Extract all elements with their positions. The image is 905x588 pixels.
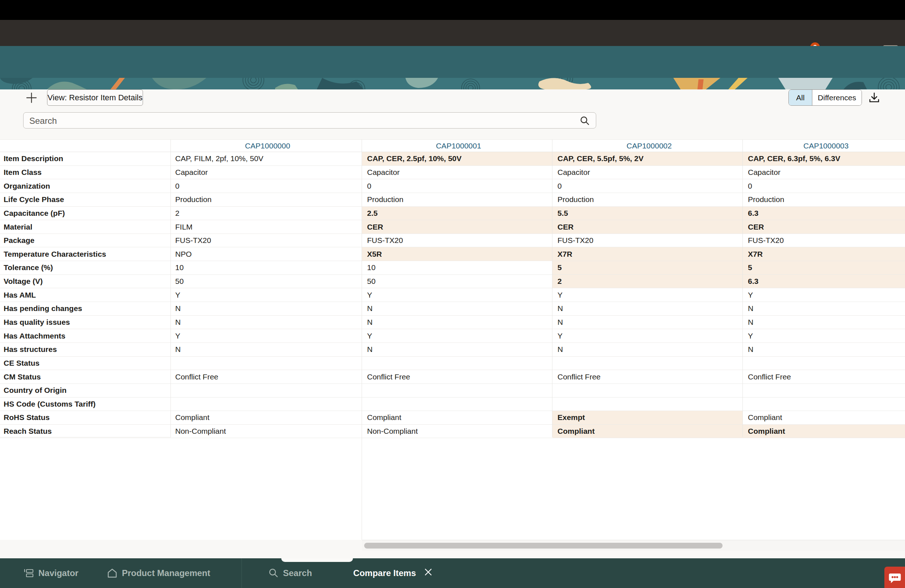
table-cell	[553, 397, 743, 411]
table-cell: N	[743, 316, 905, 329]
row-label: Life Cycle Phase	[0, 193, 171, 207]
table-cell: 0	[553, 179, 743, 192]
table-cell: CAP, CER, 5.5pf, 5%, 2V	[553, 152, 743, 165]
row-label: Voltage (V)	[0, 275, 171, 288]
column-header-link[interactable]: CAP1000002	[551, 140, 742, 152]
row-label: Organization	[0, 179, 171, 192]
horizontal-scrollbar-track[interactable]	[362, 540, 905, 551]
taskbar-item-product-management[interactable]: Product Management	[107, 568, 210, 578]
table-cell: 5	[743, 261, 905, 275]
view-selector-button[interactable]: View: Resistor Item Details	[47, 89, 143, 106]
taskbar-item-search[interactable]: Search	[268, 568, 312, 578]
column-header-link[interactable]: CAP1000000	[170, 140, 360, 152]
taskbar-divider	[241, 558, 242, 588]
table-row: Temperature CharacteristicsNPOX5RX7RX7R	[0, 247, 905, 261]
table-cell: Capacitor	[171, 166, 362, 179]
search-icon[interactable]	[579, 116, 590, 128]
table-cell	[362, 397, 553, 411]
table-cell: 10	[362, 261, 553, 275]
column-header-link[interactable]: CAP1000001	[360, 140, 551, 152]
app-header: vision 2	[0, 20, 905, 46]
table-cell	[553, 384, 743, 397]
horizontal-scrollbar-thumb[interactable]	[364, 543, 722, 548]
table-cell: CAP, FILM, 2pf, 10%, 50V	[171, 152, 362, 165]
table-body: Item DescriptionCAP, FILM, 2pf, 10%, 50V…	[0, 152, 905, 438]
table-cell: Production	[362, 193, 553, 207]
table-cell: FUS-TX20	[362, 234, 553, 247]
column-divider	[170, 140, 171, 437]
search-input[interactable]	[29, 113, 573, 129]
table-row: Item ClassCapacitorCapacitorCapacitorCap…	[0, 166, 905, 180]
table-cell: Compliant	[553, 425, 743, 438]
table-cell: Compliant	[362, 411, 553, 424]
column-header-link[interactable]: CAP1000003	[742, 140, 905, 152]
filter-differences-button[interactable]: Differences	[812, 90, 862, 105]
table-cell: FUS-TX20	[553, 234, 743, 247]
table-row: Has AttachmentsYYYY	[0, 329, 905, 343]
column-divider	[362, 140, 362, 540]
table-cell: N	[362, 343, 553, 356]
table-row: Item DescriptionCAP, FILM, 2pf, 10%, 50V…	[0, 152, 905, 166]
table-row: RoHS StatusCompliantCompliantExemptCompl…	[0, 411, 905, 425]
row-label: Has quality issues	[0, 316, 171, 329]
letterbox-bar	[0, 0, 905, 20]
table-cell: CAP, CER, 2.5pf, 10%, 50V	[362, 152, 553, 165]
table-row: Has structuresNNNN	[0, 343, 905, 357]
table-cell: FUS-TX20	[743, 234, 905, 247]
table-cell: CER	[553, 220, 743, 234]
decorative-banner	[0, 78, 905, 89]
table-row: Organization0000	[0, 179, 905, 193]
add-item-icon[interactable]	[26, 92, 37, 103]
table-cell: FILM	[171, 220, 362, 234]
table-cell	[553, 357, 743, 370]
table-cell: 10	[171, 261, 362, 275]
table-cell	[743, 357, 905, 370]
taskbar-item-navigator[interactable]: Navigator	[23, 568, 79, 578]
table-cell: X7R	[553, 247, 743, 261]
table-cell: N	[553, 343, 743, 356]
table-row: Has pending changesNNNN	[0, 302, 905, 316]
table-cell: 50	[362, 275, 553, 288]
row-label: Has structures	[0, 343, 171, 356]
table-cell: X7R	[743, 247, 905, 261]
table-cell: CER	[362, 220, 553, 234]
table-row: Life Cycle PhaseProductionProductionProd…	[0, 193, 905, 207]
table-cell: NPO	[171, 247, 362, 261]
taskbar-item-compare-items[interactable]: Compare Items	[353, 568, 416, 578]
table-cell: N	[553, 302, 743, 315]
taskbar-label: Compare Items	[353, 568, 416, 578]
table-cell: Y	[553, 288, 743, 302]
table-cell: N	[553, 316, 743, 329]
search-box	[23, 112, 596, 129]
row-label: Has AML	[0, 288, 171, 302]
row-label: HS Code (Customs Tariff)	[0, 397, 171, 411]
table-cell: Y	[743, 329, 905, 343]
table-cell: Y	[171, 288, 362, 302]
row-label-header	[0, 140, 170, 152]
table-row: HS Code (Customs Tariff)	[0, 397, 905, 411]
table-cell: Compliant	[743, 425, 905, 438]
table-cell: Y	[553, 329, 743, 343]
table-row: Has quality issuesNNNN	[0, 316, 905, 329]
taskbar-label: Search	[283, 568, 312, 578]
table-row: PackageFUS-TX20FUS-TX20FUS-TX20FUS-TX20	[0, 234, 905, 248]
table-cell: Non-Compliant	[171, 425, 362, 438]
table-cell	[743, 384, 905, 397]
table-cell: Conflict Free	[553, 370, 743, 383]
table-row: Voltage (V)505026.3	[0, 275, 905, 289]
table-cell: N	[171, 302, 362, 315]
close-tab-icon[interactable]	[424, 568, 433, 579]
table-cell: 2.5	[362, 207, 553, 220]
page-header-band: Compare Items Close	[0, 46, 905, 78]
table-row: Capacitance (pF)22.55.56.3	[0, 207, 905, 221]
taskbar-label: Navigator	[38, 568, 79, 578]
table-cell: Capacitor	[553, 166, 743, 179]
table-cell: N	[362, 302, 553, 315]
download-icon[interactable]	[868, 92, 880, 104]
table-cell: Exempt	[553, 411, 743, 424]
table-cell: 0	[743, 179, 905, 192]
table-cell: N	[743, 302, 905, 315]
chat-button[interactable]	[884, 567, 905, 588]
filter-all-button[interactable]: All	[789, 90, 812, 105]
active-tab-notch	[281, 558, 353, 562]
